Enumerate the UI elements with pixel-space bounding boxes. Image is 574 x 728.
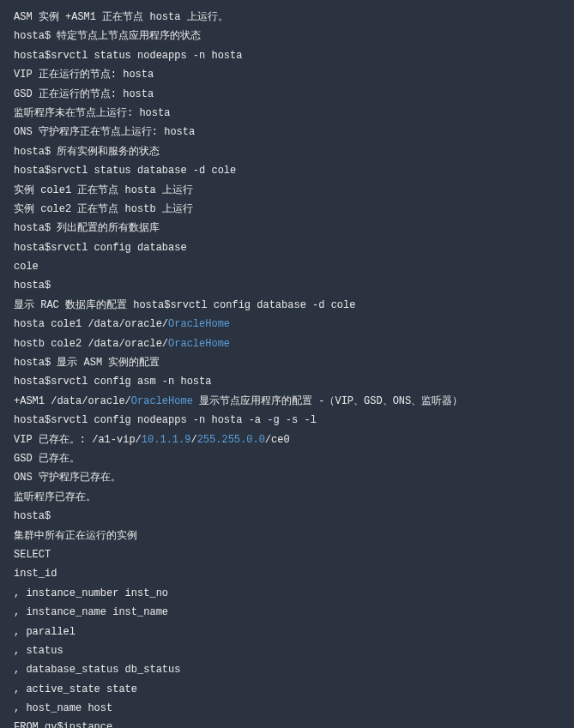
terminal-output: ASM 实例 +ASM1 正在节点 hosta 上运行。hosta$ 特定节点上… — [14, 9, 560, 728]
text-segment: hosta$ — [14, 510, 51, 522]
text-segment: VIP 正在运行的节点: hosta — [14, 69, 154, 81]
text-segment: / — [190, 434, 196, 446]
text-segment: 显示节点应用程序的配置 -（VIP、GSD、ONS、监听器） — [193, 395, 462, 407]
output-line: 实例 cole1 正在节点 hosta 上运行 — [14, 182, 560, 199]
output-line: hosta$srvctl config asm -n hosta — [14, 373, 560, 390]
output-line: hosta$ 特定节点上节点应用程序的状态 — [14, 27, 560, 45]
output-line: VIP 正在运行的节点: hosta — [14, 66, 560, 83]
text-segment: , host_name host — [14, 702, 112, 714]
output-line: hosta$srvctl config database — [14, 239, 560, 256]
output-line: 监听程序未在节点上运行: hosta — [14, 105, 560, 122]
output-line: inst_id — [14, 565, 560, 582]
output-line: SELECT — [14, 546, 560, 563]
output-line: hosta$ 显示 ASM 实例的配置 — [14, 354, 560, 371]
text-segment: hosta$srvctl config database — [14, 242, 187, 254]
text-segment: hosta$ 列出配置的所有数据库 — [14, 222, 160, 234]
text-segment: SELECT — [14, 549, 51, 561]
output-line: hosta$srvctl status nodeapps -n hosta — [14, 47, 560, 64]
output-line: , active_state state — [14, 681, 560, 698]
text-segment: 监听程序未在节点上运行: hosta — [14, 107, 170, 119]
text-segment: 集群中所有正在运行的实例 — [14, 530, 137, 542]
text-segment: hosta$ 特定节点上节点应用程序的状态 — [14, 30, 201, 42]
text-segment: GSD 已存在。 — [14, 453, 80, 465]
output-line: GSD 已存在。 — [14, 450, 560, 467]
output-line: hosta$ — [14, 277, 560, 294]
text-segment: , status — [14, 645, 63, 657]
output-line: ONS 守护程序正在节点上运行: hosta — [14, 123, 560, 141]
text-segment: +ASM1 /data/oracle/ — [14, 395, 131, 407]
text-segment: hosta$srvctl config nodeapps -n hosta -a… — [14, 414, 317, 426]
output-line: 监听程序已存在。 — [14, 489, 560, 506]
text-segment: hosta$ 显示 ASM 实例的配置 — [14, 357, 160, 369]
link-text[interactable]: 10.1.1.9 — [142, 434, 191, 446]
output-line: cole — [14, 258, 560, 275]
output-line: hosta cole1 /data/oracle/OracleHome — [14, 316, 560, 333]
text-segment: FROM gv$instance — [14, 721, 112, 728]
text-segment: , database_status db_status — [14, 664, 180, 676]
output-line: ASM 实例 +ASM1 正在节点 hosta 上运行。 — [14, 9, 560, 26]
text-segment: ASM 实例 — [14, 11, 65, 23]
output-line: +ASM1 /data/oracle/OracleHome 显示节点应用程序的配… — [14, 393, 560, 410]
output-line: hostb cole2 /data/oracle/OracleHome — [14, 335, 560, 352]
output-line: , status — [14, 642, 560, 659]
output-line: 显示 RAC 数据库的配置 hosta$srvctl config databa… — [14, 297, 560, 314]
text-segment: +ASM1 — [65, 11, 96, 23]
text-segment: 显示 RAC 数据库的配置 hosta$srvctl config databa… — [14, 299, 355, 311]
output-line: , host_name host — [14, 700, 560, 717]
text-segment: 实例 cole2 正在节点 hostb 上运行 — [14, 203, 193, 215]
output-line: hosta$ — [14, 508, 560, 525]
text-segment: /ce0 — [265, 434, 290, 446]
text-segment: 实例 cole1 正在节点 hosta 上运行 — [14, 184, 193, 196]
output-line: GSD 正在运行的节点: hosta — [14, 86, 560, 103]
output-line: hosta$ 所有实例和服务的状态 — [14, 143, 560, 160]
text-segment: hosta$srvctl status database -d cole — [14, 165, 236, 177]
text-segment: hosta cole1 /data/oracle/ — [14, 318, 168, 330]
text-segment: ONS 守护程序已存在。 — [14, 472, 121, 484]
link-text[interactable]: OracleHome — [131, 395, 193, 407]
output-line: hosta$srvctl status database -d cole — [14, 162, 560, 179]
output-line: , instance_number inst_no — [14, 585, 560, 602]
text-segment: , parallel — [14, 626, 76, 638]
output-line: hosta$srvctl config nodeapps -n hosta -a… — [14, 412, 560, 429]
link-text[interactable]: 255.255.0.0 — [197, 434, 265, 446]
link-text[interactable]: OracleHome — [168, 318, 230, 330]
text-segment: hosta$ — [14, 280, 51, 292]
text-segment: , active_state state — [14, 683, 137, 695]
output-line: , parallel — [14, 623, 560, 641]
text-segment: 监听程序已存在。 — [14, 491, 96, 503]
text-segment: GSD 正在运行的节点: hosta — [14, 88, 154, 100]
text-segment: hostb cole2 /data/oracle/ — [14, 338, 168, 350]
text-segment: VIP 已存在。: /a1-vip/ — [14, 434, 142, 446]
output-line: , database_status db_status — [14, 661, 560, 678]
text-segment: ONS 守护程序正在节点上运行: hosta — [14, 126, 195, 138]
text-segment: 正在节点 hosta 上运行。 — [96, 11, 228, 23]
text-segment: , instance_name inst_name — [14, 606, 168, 618]
output-line: ONS 守护程序已存在。 — [14, 469, 560, 486]
output-line: VIP 已存在。: /a1-vip/10.1.1.9/255.255.0.0/c… — [14, 431, 560, 448]
output-line: 集群中所有正在运行的实例 — [14, 527, 560, 544]
link-text[interactable]: OracleHome — [168, 338, 230, 350]
text-segment: hosta$srvctl status nodeapps -n hosta — [14, 50, 242, 62]
output-line: FROM gv$instance — [14, 719, 560, 728]
output-line: 实例 cole2 正在节点 hostb 上运行 — [14, 201, 560, 218]
output-line: hosta$ 列出配置的所有数据库 — [14, 220, 560, 237]
text-segment: hosta$srvctl config asm -n hosta — [14, 376, 211, 388]
text-segment: , instance_number inst_no — [14, 587, 168, 599]
text-segment: cole — [14, 261, 39, 273]
text-segment: inst_id — [14, 568, 57, 580]
text-segment: hosta$ 所有实例和服务的状态 — [14, 146, 160, 158]
output-line: , instance_name inst_name — [14, 604, 560, 621]
